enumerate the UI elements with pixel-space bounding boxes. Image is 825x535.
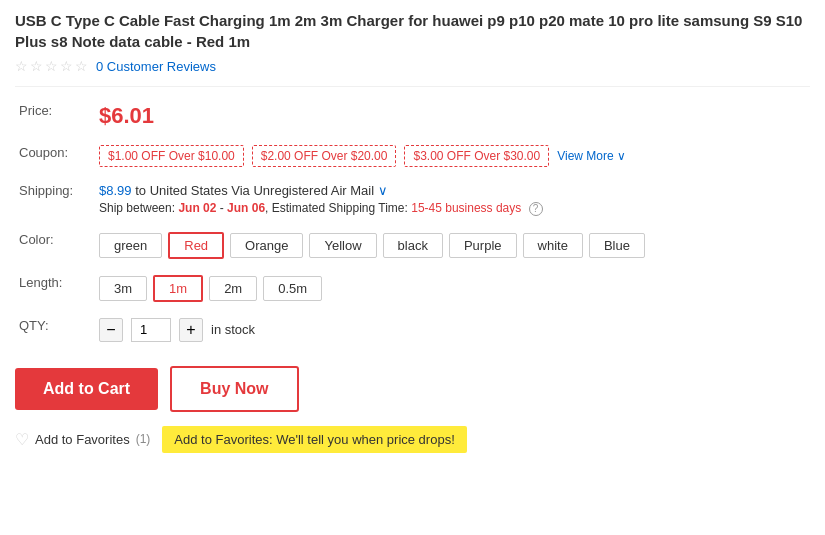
length-3m[interactable]: 3m — [99, 276, 147, 301]
customer-reviews-link[interactable]: 0 Customer Reviews — [96, 59, 216, 74]
reviews-label: Customer Reviews — [107, 59, 216, 74]
price-row: Price: $6.01 — [15, 95, 810, 137]
coupon-2[interactable]: $2.00 OFF Over $20.00 — [252, 145, 397, 167]
ship-end: Jun 06 — [227, 201, 265, 215]
qty-control: − + in stock — [99, 318, 806, 342]
color-orange[interactable]: Orange — [230, 233, 303, 258]
action-buttons-row: Add to Cart Buy Now — [15, 366, 810, 412]
color-black[interactable]: black — [383, 233, 443, 258]
coupon-3[interactable]: $3.00 OFF Over $30.00 — [404, 145, 549, 167]
buy-now-button[interactable]: Buy Now — [170, 366, 298, 412]
color-blue[interactable]: Blue — [589, 233, 645, 258]
shipping-info-icon[interactable]: ? — [529, 202, 543, 216]
star-4: ☆ — [60, 58, 73, 74]
color-cell: green Red Orange Yellow black Purple whi… — [95, 224, 810, 267]
coupons-list: $1.00 OFF Over $10.00 $2.00 OFF Over $20… — [99, 145, 806, 167]
color-purple[interactable]: Purple — [449, 233, 517, 258]
coupon-1[interactable]: $1.00 OFF Over $10.00 — [99, 145, 244, 167]
length-options: 3m 1m 2m 0.5m — [99, 275, 806, 302]
qty-cell: − + in stock — [95, 310, 810, 350]
star-rating: ☆ ☆ ☆ ☆ ☆ — [15, 58, 88, 74]
ship-time-label: Estimated Shipping Time: — [272, 201, 408, 215]
star-1: ☆ — [15, 58, 28, 74]
ship-time: 15-45 business days — [411, 201, 521, 215]
length-label: Length: — [15, 267, 95, 310]
add-to-cart-button[interactable]: Add to Cart — [15, 368, 158, 410]
add-to-favorites-link[interactable]: ♡ Add to Favorites (1) — [15, 430, 150, 449]
favorites-label: Add to Favorites — [35, 432, 130, 447]
view-more-link[interactable]: View More ∨ — [557, 149, 626, 163]
in-stock-label: in stock — [211, 322, 255, 337]
shipping-cell: $8.99 to United States Via Unregistered … — [95, 175, 810, 224]
favorites-tooltip: Add to Favorites: We'll tell you when pr… — [162, 426, 466, 453]
length-2m[interactable]: 2m — [209, 276, 257, 301]
ship-between-label: Ship between: — [99, 201, 175, 215]
color-row: Color: green Red Orange Yellow black Pur… — [15, 224, 810, 267]
shipping-label: Shipping: — [15, 175, 95, 224]
price-label: Price: — [15, 95, 95, 137]
favorites-row: ♡ Add to Favorites (1) Add to Favorites:… — [15, 426, 810, 453]
divider-1 — [15, 86, 810, 87]
coupon-cell: $1.00 OFF Over $10.00 $2.00 OFF Over $20… — [95, 137, 810, 175]
color-green[interactable]: green — [99, 233, 162, 258]
color-red[interactable]: Red — [168, 232, 224, 259]
shipping-cost: $8.99 — [99, 183, 132, 198]
product-title: USB C Type C Cable Fast Charging 1m 2m 3… — [15, 10, 810, 52]
qty-decrease-button[interactable]: − — [99, 318, 123, 342]
star-3: ☆ — [45, 58, 58, 74]
length-cell: 3m 1m 2m 0.5m — [95, 267, 810, 310]
coupon-row: Coupon: $1.00 OFF Over $10.00 $2.00 OFF … — [15, 137, 810, 175]
qty-input[interactable] — [131, 318, 171, 342]
qty-increase-button[interactable]: + — [179, 318, 203, 342]
length-1m[interactable]: 1m — [153, 275, 203, 302]
product-info-table: Price: $6.01 Coupon: $1.00 OFF Over $10.… — [15, 95, 810, 350]
favorites-count: (1) — [136, 432, 151, 446]
review-count: 0 — [96, 59, 103, 74]
qty-label: QTY: — [15, 310, 95, 350]
shipping-dest: to United States Via Unregistered Air Ma… — [135, 183, 374, 198]
color-white[interactable]: white — [523, 233, 583, 258]
qty-row: QTY: − + in stock — [15, 310, 810, 350]
shipping-dropdown-icon[interactable]: ∨ — [378, 183, 388, 198]
shipping-row: Shipping: $8.99 to United States Via Unr… — [15, 175, 810, 224]
color-label: Color: — [15, 224, 95, 267]
length-05m[interactable]: 0.5m — [263, 276, 322, 301]
product-container: USB C Type C Cable Fast Charging 1m 2m 3… — [15, 10, 810, 453]
ship-dates-line: Ship between: Jun 02 - Jun 06, Estimated… — [99, 201, 806, 216]
price-cell: $6.01 — [95, 95, 810, 137]
star-5: ☆ — [75, 58, 88, 74]
heart-icon: ♡ — [15, 430, 29, 449]
price-value: $6.01 — [99, 103, 154, 128]
star-2: ☆ — [30, 58, 43, 74]
color-yellow[interactable]: Yellow — [309, 233, 376, 258]
ship-start: Jun 02 — [178, 201, 216, 215]
color-options: green Red Orange Yellow black Purple whi… — [99, 232, 806, 259]
reviews-row: ☆ ☆ ☆ ☆ ☆ 0 Customer Reviews — [15, 58, 810, 74]
shipping-line: $8.99 to United States Via Unregistered … — [99, 183, 806, 198]
coupon-label: Coupon: — [15, 137, 95, 175]
length-row: Length: 3m 1m 2m 0.5m — [15, 267, 810, 310]
